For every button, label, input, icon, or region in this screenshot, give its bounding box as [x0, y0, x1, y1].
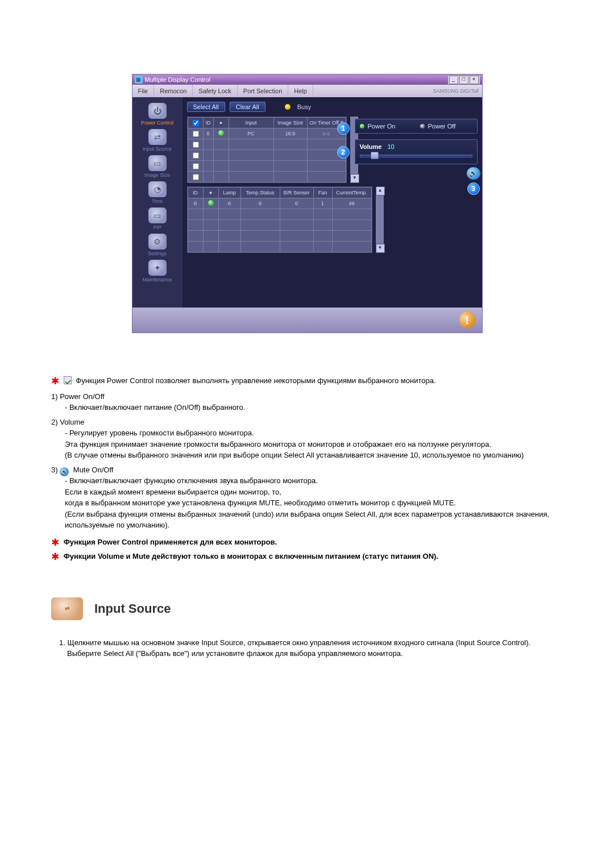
power-volume-panel: Power On Power Off Volume 10 — [355, 119, 478, 164]
time-icon: ◔ — [148, 181, 167, 197]
sidebar-item-image-size[interactable]: ▭ Image Size — [137, 155, 178, 178]
volume-thumb[interactable] — [371, 152, 379, 159]
row-checkbox[interactable] — [193, 163, 199, 169]
power-on-dot-icon — [360, 124, 364, 128]
sidebar-item-label: Image Size — [137, 172, 178, 178]
cell-input: PC — [229, 128, 273, 139]
sidebar: ⏻ Power Control ⇄ Input Source ▭ Image S… — [132, 97, 182, 308]
sidebar-item-label: Time — [137, 198, 178, 204]
col-id: ID — [203, 118, 213, 128]
status-dot-icon — [208, 200, 214, 206]
select-all-button[interactable]: Select All — [187, 102, 225, 112]
menu-file[interactable]: File — [132, 85, 155, 97]
pip-icon: ▭ — [148, 207, 167, 223]
cell-temp-status: 0 — [240, 198, 280, 209]
grid-row-empty: ....... — [188, 231, 371, 242]
scroll-up-icon[interactable]: ▲ — [376, 186, 385, 196]
list-sub: Эта функция принимает значение громкости… — [51, 439, 563, 450]
sidebar-item-time[interactable]: ◔ Time — [137, 181, 178, 204]
section-title: Input Source — [94, 599, 171, 618]
cell-status — [203, 198, 218, 209]
menu-help[interactable]: Help — [288, 85, 313, 97]
row-checkbox[interactable] — [193, 131, 199, 137]
cell-status — [213, 128, 229, 139]
status-dot-icon — [218, 130, 224, 136]
app-icon: ▦ — [135, 76, 143, 84]
callout-2: 2 — [337, 146, 350, 159]
note-1: ✱ Функция Power Control применяется для … — [51, 534, 563, 549]
menu-safety-lock[interactable]: Safety Lock — [193, 85, 237, 97]
mute-inline-icon: 🔈 — [60, 467, 69, 476]
info-icon[interactable]: ! — [459, 312, 475, 329]
intro-text: Функция Power Control позволяет выполнят… — [76, 376, 435, 385]
grid-row-empty: ....... — [188, 220, 371, 231]
star-icon: ✱ — [51, 535, 59, 550]
grid-scrollbar[interactable]: ▲ ▼ — [376, 186, 384, 253]
sidebar-item-pip[interactable]: ▭ PIP — [137, 207, 178, 230]
clear-all-button[interactable]: Clear All — [230, 102, 265, 112]
row-checkbox[interactable] — [193, 142, 199, 148]
list-item-1: 1) Power On/Off - Включает/выключает пит… — [51, 391, 563, 413]
sidebar-item-label: Input Source — [137, 146, 178, 152]
grid-row[interactable]: 0 PC 16:9 ○ ○ — [188, 128, 346, 139]
list-item-2: 2) Volume - Регулирует уровень громкости… — [51, 417, 563, 461]
menu-remocon[interactable]: Remocon — [154, 85, 193, 97]
col-status: ● — [213, 118, 229, 128]
sidebar-item-power-control[interactable]: ⏻ Power Control — [137, 103, 178, 126]
scroll-down-icon[interactable]: ▼ — [350, 174, 359, 183]
cell-id: 0 — [188, 198, 203, 209]
mute-icon[interactable]: 🔈 — [467, 167, 480, 180]
star-icon: ✱ — [51, 374, 59, 389]
sidebar-item-label: Power Control — [137, 120, 178, 126]
callout-3: 3 — [467, 182, 480, 195]
list-sub: (Если выбрана функция отмены выбранных з… — [51, 509, 563, 531]
list-sub: - Регулирует уровень громкости выбранног… — [51, 427, 563, 439]
display-grid: ID ● Input Image Size On Timer Off T 0 P — [187, 117, 347, 183]
power-off-button[interactable]: Power Off — [418, 122, 475, 131]
grid-row[interactable]: 0 0 0 0 1 49 — [188, 198, 371, 209]
busy-indicator-icon — [285, 104, 291, 110]
menubar: File Remocon Safety Lock Port Selection … — [132, 85, 482, 97]
power-off-dot-icon — [420, 124, 425, 128]
window-title: Multiple Display Control — [145, 76, 448, 83]
row-checkbox[interactable] — [193, 152, 199, 159]
list-item-3: 3) 🔈 Mute On/Off - Включает/выключает фу… — [51, 464, 563, 531]
col-temp-status: Temp.Status — [240, 188, 280, 198]
col-input: Input — [229, 118, 273, 128]
check-icon — [64, 376, 72, 384]
section-heading: ⇄ Input Source — [51, 597, 563, 620]
col-status: ● — [203, 188, 218, 198]
image-size-icon: ▭ — [148, 155, 167, 171]
intro-line: ✱ Функция Power Control позволяет выполн… — [51, 373, 563, 388]
input-source-section-icon: ⇄ — [51, 597, 83, 620]
input-source-icon: ⇄ — [148, 129, 167, 145]
list-sub: - Включает/выключает питание (On/Off) вы… — [51, 402, 563, 413]
scroll-down-icon[interactable]: ▼ — [376, 244, 385, 253]
col-lamp: Lamp — [218, 188, 240, 198]
maintenance-icon: ✦ — [148, 260, 167, 276]
col-current-temp: CurrentTemp. — [332, 188, 371, 198]
sidebar-item-label: Settings — [137, 251, 178, 256]
volume-label: Volume — [360, 143, 382, 150]
maximize-button[interactable]: □ — [459, 76, 468, 84]
minimize-button[interactable]: _ — [449, 76, 458, 84]
volume-value: 10 — [387, 143, 394, 150]
sidebar-item-input-source[interactable]: ⇄ Input Source — [137, 129, 178, 152]
power-on-label: Power On — [368, 123, 396, 130]
volume-slider[interactable] — [360, 152, 472, 158]
brand-label: SAMSUNG DIGITall — [433, 88, 478, 94]
star-icon: ✱ — [51, 550, 59, 564]
grid-row-empty: ....... — [188, 209, 371, 220]
close-button[interactable]: × — [470, 76, 479, 84]
list-sub: - Включает/выключает функцию отключения … — [51, 475, 563, 487]
menu-port-selection[interactable]: Port Selection — [238, 85, 288, 97]
col-id: ID — [188, 188, 203, 198]
main-panel: Select All Clear All Busy ID ● — [182, 97, 482, 308]
power-on-button[interactable]: Power On — [358, 122, 414, 131]
cell-image-size: 16:9 — [273, 128, 307, 139]
sidebar-item-settings[interactable]: ⚙ Settings — [137, 234, 178, 256]
row-checkbox[interactable] — [193, 174, 199, 180]
sidebar-item-label: Maintenance — [137, 277, 178, 283]
sidebar-item-maintenance[interactable]: ✦ Maintenance — [137, 260, 178, 283]
select-all-checkbox[interactable] — [193, 120, 199, 126]
